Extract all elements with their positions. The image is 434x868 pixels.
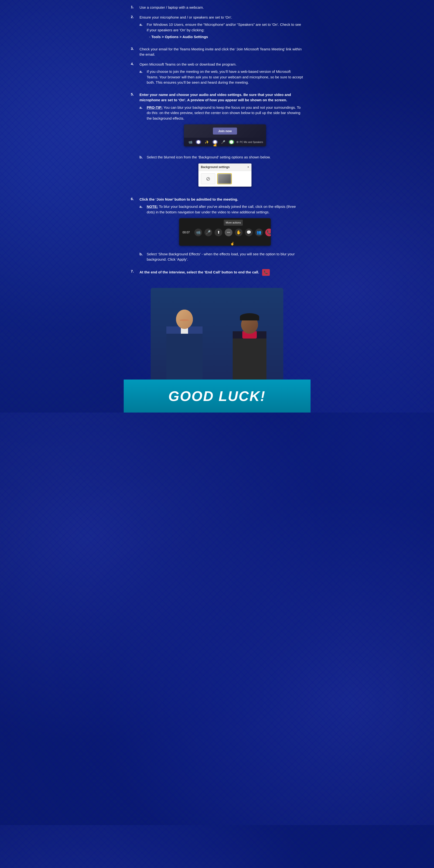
bg-settings-body: ⊘ — [198, 171, 251, 187]
actions-bar: 00:07 📹 🎤 ⬆ ··· ✋ — [179, 226, 271, 240]
effects-icon: ✨ — [203, 140, 210, 145]
item-5b-text: Select the blurred icon from the ‘Backgr… — [147, 155, 271, 159]
good-luck-text: GOOD LUCK! — [131, 388, 303, 404]
mic-toggle — [229, 140, 234, 144]
item-2-text: Ensure your microphone and / or speakers… — [140, 15, 232, 19]
participants-btn[interactable]: 👥 — [255, 228, 263, 236]
man-figure — [166, 310, 203, 379]
item-2a-content: For Windows 10 Users, ensure the “Microp… — [147, 22, 303, 40]
action-buttons-row: 📹 🎤 ⬆ ··· ✋ 💬 👥 — [194, 228, 271, 236]
item-7-content: At the end of the interview, select the … — [140, 269, 303, 276]
more-action-btn[interactable]: ··· — [225, 228, 232, 236]
speaker-area: ⚙ PC Mic and Speakers — [236, 140, 263, 144]
video-toggle — [196, 140, 201, 144]
mic-icon: 🎤 — [220, 140, 227, 145]
item-4-sublist: a. If you choose to join the meeting on … — [140, 69, 303, 85]
join-screenshot-toolbar: 📹 ✨ ☝ � — [184, 138, 266, 146]
bg-none-option[interactable]: ⊘ — [201, 173, 215, 184]
mic-action-btn[interactable]: 🎤 — [205, 228, 212, 236]
woman-body — [233, 331, 267, 379]
item-2a: a. For Windows 10 Users, ensure the “Mic… — [140, 22, 303, 40]
item-6b: b. Select ‘Show Background Effects’ - wh… — [140, 251, 303, 262]
more-actions-tooltip: More actions — [224, 220, 243, 226]
chat-btn[interactable]: 💬 — [245, 228, 253, 236]
item-2-sublist: a. For Windows 10 Users, ensure the “Mic… — [140, 22, 303, 40]
item-6b-text: Select ‘Show Background Effects’ - when … — [147, 251, 303, 262]
item-3-text: Check your email for the Teams Meeting i… — [140, 46, 303, 57]
item-2a-dash: - Tools > Options > Audio Settings — [149, 34, 303, 40]
item-6a-note-label: NOTE: — [147, 205, 158, 209]
item-6-content: Click the ‘Join Now’ button to be admitt… — [140, 197, 303, 265]
end-call-indicator: 📞 — [262, 269, 270, 276]
item-1-text: Use a computer / laptop with a webcam. — [140, 5, 303, 10]
item-5a-text: You can blur your background to keep the… — [147, 105, 301, 120]
item-6a-letter: a. — [140, 204, 145, 249]
item-3-num: 3. — [131, 46, 138, 57]
woman-figure — [233, 316, 267, 379]
list-item-7: 7. At the end of the interview, select t… — [131, 269, 303, 276]
item-6-text: Click the ‘Join Now’ button to be admitt… — [140, 197, 238, 201]
cursor-wrapper: ☝ — [179, 240, 271, 246]
item-5b-content: Select the blurred icon from the ‘Backgr… — [147, 155, 303, 190]
man-body — [166, 327, 203, 379]
item-5a-protip-label: PRO-TIP: — [147, 105, 163, 110]
bg-settings-header: Background settings × — [198, 163, 251, 171]
woman-head — [241, 316, 258, 334]
item-4-text: Open Microsoft Teams on the web or downl… — [140, 62, 237, 66]
item-5-text: Enter your name and choose your audio an… — [140, 93, 291, 102]
list-item-6: 6. Click the ‘Join Now’ button to be adm… — [131, 197, 303, 265]
item-5b: b. Select the blurred icon from the ‘Bac… — [140, 155, 303, 190]
join-screenshot: Join now 📹 ✨ — [184, 124, 266, 146]
item-4a-text: If you choose to join the meeting on the… — [147, 69, 303, 85]
gear-icon: ⚙ — [236, 140, 239, 144]
item-5b-letter: b. — [140, 155, 145, 190]
item-5-content: Enter your name and choose your audio an… — [140, 92, 303, 192]
toggle-circle — [197, 140, 200, 144]
no-bg-icon: ⊘ — [206, 175, 210, 183]
more-actions-tooltip-wrapper: More actions — [179, 218, 271, 226]
item-4-num: 4. — [131, 62, 138, 88]
video-action-btn[interactable]: 📹 — [194, 228, 202, 236]
share-action-btn[interactable]: ⬆ — [215, 228, 222, 236]
item-4a: a. If you choose to join the meeting on … — [140, 69, 303, 85]
man-head — [176, 310, 193, 329]
item-5a-content: PRO-TIP: You can blur your background to… — [147, 105, 303, 150]
footer-banner: GOOD LUCK! — [124, 379, 311, 412]
person-left — [151, 288, 218, 379]
item-6a-content: NOTE: To blur your background after you’… — [147, 204, 303, 249]
bg-blur-option[interactable] — [217, 173, 232, 184]
list-item-4: 4. Open Microsoft Teams on the web or do… — [131, 62, 303, 88]
bg-close-button[interactable]: × — [247, 165, 249, 169]
item-5a-letter: a. — [140, 105, 145, 150]
join-screenshot-wrapper: Join now 📹 ✨ — [147, 121, 303, 150]
item-5-sublist: a. PRO-TIP: You can blur your background… — [140, 105, 303, 190]
list-item-5: 5. Enter your name and choose your audio… — [131, 92, 303, 192]
people-section — [131, 283, 303, 379]
item-2-content: Ensure your microphone and / or speakers… — [140, 15, 303, 42]
item-2a-text: For Windows 10 Users, ensure the “Microp… — [147, 23, 301, 32]
camera-icon: 📹 — [187, 140, 194, 145]
join-now-button[interactable]: Join now — [213, 128, 237, 134]
bg-screenshot: Background settings × ⊘ — [198, 163, 251, 187]
item-7-num: 7. — [131, 269, 138, 276]
item-6a-text: To blur your background after you’ve alr… — [147, 205, 296, 214]
list-item-2: 2. Ensure your microphone and / or speak… — [131, 15, 303, 42]
cursor-hand-icon: ☝ — [212, 142, 218, 146]
bg-toggle: ☝ — [212, 140, 218, 144]
end-call-action-btn[interactable]: 📞 — [265, 228, 271, 236]
person-right — [216, 288, 283, 379]
item-2-num: 2. — [131, 15, 138, 42]
raise-hand-btn[interactable]: ✋ — [235, 228, 243, 236]
item-6-sublist: a. NOTE: To blur your background after y… — [140, 204, 303, 262]
join-screenshot-top: Join now — [184, 124, 266, 138]
blurred-preview — [218, 174, 231, 184]
list-item-1: 1. Use a computer / laptop with a webcam… — [131, 5, 303, 10]
item-7-text: At the end of the interview, select the … — [140, 270, 259, 274]
mic-toggle-circle — [230, 140, 233, 144]
item-4a-letter: a. — [140, 69, 145, 85]
item-6-num: 6. — [131, 197, 138, 265]
item-5a: a. PRO-TIP: You can blur your background… — [140, 105, 303, 150]
bg-screenshot-wrapper: Background settings × ⊘ — [147, 160, 303, 190]
item-4-content: Open Microsoft Teams on the web or downl… — [140, 62, 303, 88]
item-2a-letter: a. — [140, 22, 145, 40]
